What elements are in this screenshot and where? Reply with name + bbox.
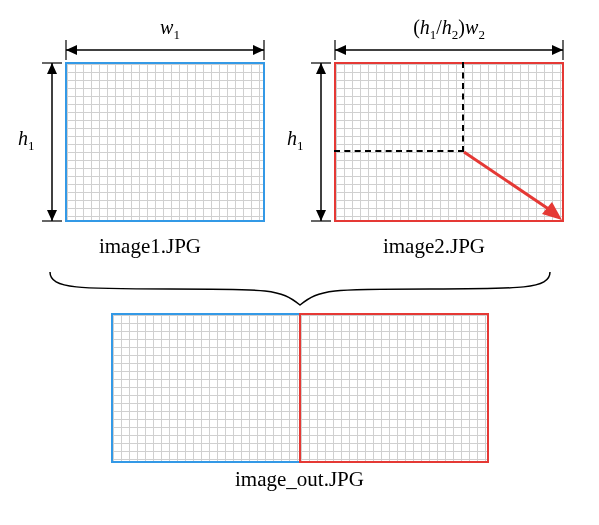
- image1-box: [65, 62, 265, 222]
- output-left-half: [111, 313, 301, 463]
- dim-label-w1: w1: [160, 16, 180, 43]
- dim-label-h1-right: h1: [287, 127, 304, 154]
- svg-marker-19: [316, 210, 326, 221]
- svg-marker-9: [47, 210, 57, 221]
- caption-image2: image2.JPG: [383, 234, 485, 259]
- svg-marker-3: [66, 45, 77, 55]
- panel-output: image_out.JPG: [20, 313, 579, 492]
- svg-marker-18: [316, 63, 326, 74]
- svg-marker-8: [47, 63, 57, 74]
- panel-image2: (h1/h2)w2 h1: [289, 20, 579, 259]
- dim-label-scaled-w2: (h1/h2)w2: [413, 16, 485, 43]
- diagram-image2: (h1/h2)w2 h1: [289, 20, 579, 230]
- caption-output: image_out.JPG: [235, 467, 364, 492]
- output-row: [111, 313, 489, 463]
- svg-marker-13: [335, 45, 346, 55]
- dim-arrow-top-left: [65, 40, 265, 60]
- curly-brace-icon: [40, 267, 560, 307]
- output-right-half: [299, 313, 489, 463]
- image2-original-size-overlay: [334, 62, 464, 152]
- svg-marker-4: [253, 45, 264, 55]
- dim-label-h1-left: h1: [18, 127, 35, 154]
- panel-image1: w1 h1 image1.JPG: [20, 20, 280, 259]
- dim-arrow-top-right: [334, 40, 564, 60]
- diagram-image1: w1 h1: [20, 20, 280, 230]
- top-row: w1 h1 image1.JPG: [20, 20, 579, 259]
- caption-image1: image1.JPG: [99, 234, 201, 259]
- svg-marker-14: [552, 45, 563, 55]
- dim-arrow-left-right: [311, 62, 331, 222]
- dim-arrow-left-left: [42, 62, 62, 222]
